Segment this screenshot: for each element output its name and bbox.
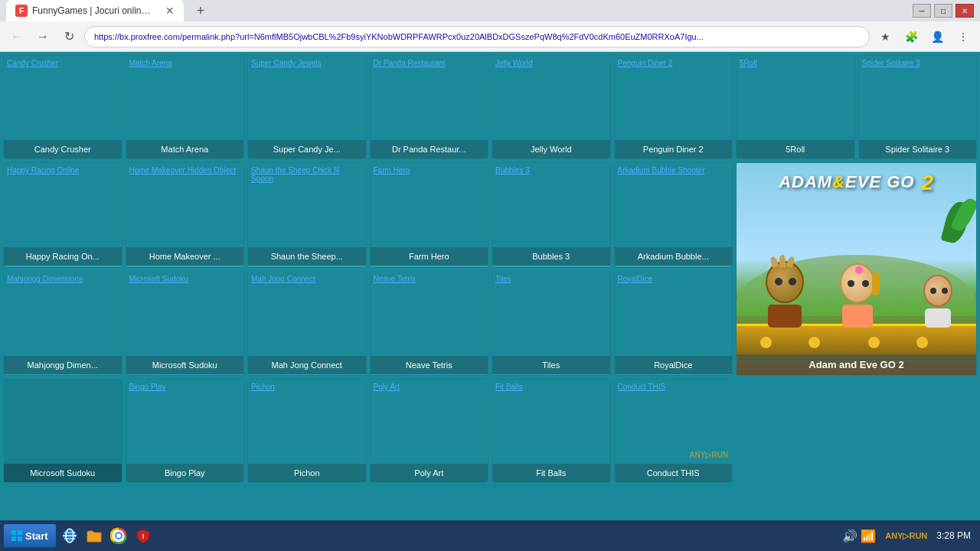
taskbar-shield-icon[interactable]: ! <box>132 524 155 547</box>
menu-icon[interactable]: ⋮ <box>952 26 974 47</box>
svg-text:!: ! <box>142 533 144 540</box>
game-fit-balls[interactable]: Fit Balls Fit Balls <box>492 379 611 483</box>
game-5roll[interactable]: 5Roll 5Roll <box>736 55 855 159</box>
network-icon[interactable]: 📶 <box>861 529 876 543</box>
featured-game-title: ADAM&EVE GO 2 <box>737 171 976 195</box>
anyrun-watermark-taskbar: ANY▷RUN <box>885 531 927 541</box>
game-mahjongg-dimensions[interactable]: Mahjongg Dimensions Mahjongg Dimen... <box>3 271 122 377</box>
windows-icon <box>11 530 22 541</box>
maximize-button[interactable]: □ <box>934 4 952 18</box>
game-pichon[interactable]: Pichon Pichon <box>247 379 367 483</box>
taskbar-chrome-icon[interactable] <box>107 524 130 547</box>
url-text: https://bx.proxfree.com/permalink.php?ur… <box>94 32 704 41</box>
game-bubbles-3[interactable]: Bubbles 3 Bubbles 3 <box>492 162 611 268</box>
tab-title: FunnyGames | Jocuri online gratuite! <box>32 5 155 16</box>
svg-rect-1 <box>18 530 22 535</box>
bookmark-icon[interactable]: ★ <box>874 26 896 47</box>
svg-rect-0 <box>11 530 16 535</box>
game-royaldice[interactable]: RoyalDice RoyalDice <box>614 271 733 377</box>
game-poly-art[interactable]: Poly Art Poly Art <box>370 379 489 483</box>
page-content: Candy Crusher Candy Crusher Match Arena … <box>0 52 980 520</box>
volume-icon[interactable]: 🔊 <box>842 529 858 543</box>
clock: 3:28 PM <box>936 530 971 541</box>
taskbar: Start <box>0 520 980 551</box>
games-grid: Candy Crusher Candy Crusher Match Arena … <box>3 55 977 483</box>
game-super-candy-jewels[interactable]: Super Candy Jewels Super Candy Je... <box>247 55 367 159</box>
tab-close-button[interactable]: ✕ <box>165 5 175 17</box>
game-spider-solitaire-3[interactable]: Spider Solitaire 3 Spider Solitaire 3 <box>858 55 978 159</box>
taskbar-tray: 🔊 📶 ANY▷RUN 3:28 PM <box>836 529 977 543</box>
game-bingo-play[interactable]: Bingo Play Bingo Play <box>126 379 245 483</box>
browser-tab[interactable]: F FunnyGames | Jocuri online gratuite! ✕ <box>6 0 184 22</box>
svg-rect-3 <box>18 536 22 541</box>
minimize-button[interactable]: ─ <box>913 4 931 18</box>
close-button[interactable]: ✕ <box>956 4 974 18</box>
new-tab-button[interactable]: + <box>190 0 211 21</box>
taskbar-folder-icon[interactable] <box>83 524 106 547</box>
refresh-button[interactable]: ↻ <box>58 26 80 47</box>
browser-toolbar: ← → ↻ https://bx.proxfree.com/permalink.… <box>0 21 980 52</box>
svg-point-11 <box>116 533 121 538</box>
game-microsoft-sudoku[interactable]: Microsoft Sudoku Microsoft Sudoku <box>126 271 245 377</box>
browser-frame: F FunnyGames | Jocuri online gratuite! ✕… <box>0 0 980 551</box>
taskbar-ie-icon[interactable] <box>58 524 81 547</box>
address-bar[interactable]: https://bx.proxfree.com/permalink.php?ur… <box>84 26 870 47</box>
game-adam-eve-go-2[interactable]: ADAM&EVE GO 2 <box>736 162 977 376</box>
game-match-arena[interactable]: Match Arena Match Arena <box>126 55 245 159</box>
game-empty: Microsoft Sudoku <box>3 379 122 483</box>
game-mah-jong-connect[interactable]: Mah Jong Connect Mah Jong Connect <box>247 271 367 377</box>
start-label: Start <box>25 530 48 542</box>
game-conduct-this[interactable]: Conduct THIS Conduct THIS ANY▷RUN <box>614 379 733 483</box>
title-bar: F FunnyGames | Jocuri online gratuite! ✕… <box>0 0 980 21</box>
game-neave-tetris[interactable]: Neave Tetris Neave Tetris <box>370 271 489 377</box>
game-farm-hero[interactable]: Farm Hero Farm Hero <box>370 162 489 268</box>
game-dr-panda[interactable]: Dr Panda Restaurant Dr Panda Restaur... <box>370 55 489 159</box>
game-jelly-world[interactable]: Jelly World Jelly World <box>492 55 611 159</box>
game-arkadium-bubble[interactable]: Arkadium Bubble Shooter Arkadium Bubble.… <box>614 162 733 268</box>
svg-rect-2 <box>11 536 16 541</box>
game-penguin-diner-2[interactable]: Penguin Diner 2 Penguin Diner 2 <box>614 55 733 159</box>
extensions-icon[interactable]: 🧩 <box>900 26 922 47</box>
forward-button[interactable]: → <box>32 26 54 47</box>
start-button[interactable]: Start <box>3 523 57 548</box>
featured-game-label: Adam and Eve GO 2 <box>737 354 976 375</box>
game-tiles[interactable]: Tiles Tiles <box>492 271 611 377</box>
game-shaun-sheep[interactable]: Shaun the Sheep Chick N Spoon Shaun the … <box>247 162 367 268</box>
game-happy-racing[interactable]: Happy Racing Online Happy Racing On... <box>3 162 122 268</box>
game-home-makeover[interactable]: Home Makeover Hidden Object Home Makeove… <box>126 162 245 268</box>
back-button[interactable]: ← <box>6 26 28 47</box>
anyrun-watermark: ANY▷RUN <box>689 451 728 459</box>
game-candy-crusher[interactable]: Candy Crusher Candy Crusher <box>3 55 122 159</box>
profile-icon[interactable]: 👤 <box>926 26 948 47</box>
